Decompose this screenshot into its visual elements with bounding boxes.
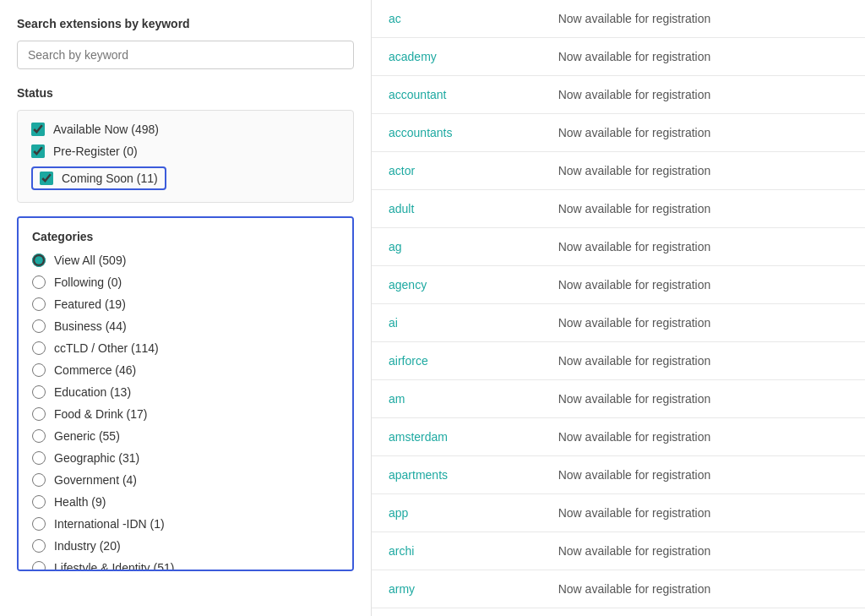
domain-link[interactable]: am (389, 392, 405, 406)
domain-status: Now available for registration (541, 418, 865, 456)
categories-section: Categories View All (509)Following (0)Fe… (17, 216, 354, 571)
radio-business[interactable] (32, 319, 46, 333)
domain-link[interactable]: accountants (389, 126, 453, 139)
category-item[interactable]: Health (9) (32, 495, 339, 509)
left-panel: Search extensions by keyword Status Avai… (0, 0, 372, 616)
right-panel: acNow available for registrationacademyN… (372, 0, 865, 616)
radio-commerce[interactable] (32, 363, 46, 377)
domain-status: Now available for registration (541, 38, 865, 76)
category-item[interactable]: Education (13) (32, 385, 339, 399)
category-label-government: Government (4) (54, 473, 137, 487)
radio-generic[interactable] (32, 429, 46, 443)
domain-status: Now available for registration (541, 114, 865, 152)
status-section-title: Status (17, 86, 354, 100)
radio-government[interactable] (32, 473, 46, 487)
status-coming-soon-label: Coming Soon (11) (62, 172, 158, 185)
category-label-following: Following (0) (54, 275, 122, 289)
category-item[interactable]: Business (44) (32, 319, 339, 333)
radio-international[interactable] (32, 517, 46, 531)
table-row: agencyNow available for registration (372, 266, 865, 304)
category-label-business: Business (44) (54, 319, 127, 333)
category-item[interactable]: ccTLD / Other (114) (32, 341, 339, 355)
radio-cctld[interactable] (32, 341, 46, 355)
category-label-geographic: Geographic (31) (54, 451, 139, 465)
domain-cell: accountant (372, 76, 541, 114)
status-coming-soon[interactable]: Coming Soon (11) (31, 166, 166, 190)
search-section-title: Search extensions by keyword (17, 17, 354, 30)
domain-link[interactable]: actor (389, 164, 415, 177)
status-available-now[interactable]: Available Now (498) (31, 123, 340, 136)
domain-status: Now available for registration (541, 380, 865, 418)
checkbox-coming-soon[interactable] (40, 172, 53, 185)
domain-cell: academy (372, 38, 541, 76)
domain-status: Now available for registration (541, 190, 865, 228)
table-row: archiNow available for registration (372, 532, 865, 570)
domain-status: Now available for registration (541, 76, 865, 114)
category-label-view-all: View All (509) (54, 253, 126, 267)
domain-cell: army (372, 570, 541, 608)
radio-health[interactable] (32, 495, 46, 509)
category-item[interactable]: Government (4) (32, 473, 339, 487)
domain-link[interactable]: app (389, 506, 408, 520)
domain-link[interactable]: airforce (389, 354, 428, 368)
table-row: airforceNow available for registration (372, 342, 865, 380)
radio-food-drink[interactable] (32, 407, 46, 421)
domain-link[interactable]: ai (389, 316, 398, 330)
table-row: adultNow available for registration (372, 190, 865, 228)
status-section: Status Available Now (498) Pre-Register … (17, 86, 354, 203)
status-available-now-label: Available Now (498) (53, 123, 159, 136)
domain-link[interactable]: accountant (389, 88, 447, 101)
category-item[interactable]: Generic (55) (32, 429, 339, 443)
domain-cell: ac (372, 0, 541, 38)
table-row: agNow available for registration (372, 228, 865, 266)
domain-link[interactable]: ag (389, 240, 402, 253)
category-item[interactable]: View All (509) (32, 253, 339, 267)
domain-status: Now available for registration (541, 342, 865, 380)
domain-cell: app (372, 494, 541, 532)
domain-link[interactable]: apartments (389, 468, 448, 482)
domain-link[interactable]: amsterdam (389, 430, 448, 444)
domain-status: Now available for registration (541, 228, 865, 266)
category-item[interactable]: Commerce (46) (32, 363, 339, 377)
radio-geographic[interactable] (32, 451, 46, 465)
category-item[interactable]: Geographic (31) (32, 451, 339, 465)
status-pre-register[interactable]: Pre-Register (0) (31, 144, 340, 158)
category-label-food-drink: Food & Drink (17) (54, 407, 147, 421)
domain-cell: archi (372, 532, 541, 570)
checkbox-pre-register[interactable] (31, 144, 45, 158)
table-row: accountantsNow available for registratio… (372, 114, 865, 152)
domain-cell: actor (372, 152, 541, 190)
domain-link[interactable]: army (389, 582, 415, 596)
domain-status: Now available for registration (541, 494, 865, 532)
domain-status: Now available for registration (541, 532, 865, 570)
radio-education[interactable] (32, 385, 46, 399)
category-item[interactable]: Lifestyle & Identity (51) (32, 561, 339, 571)
category-item[interactable]: Industry (20) (32, 539, 339, 553)
domain-link[interactable]: archi (389, 544, 414, 558)
category-item[interactable]: Following (0) (32, 275, 339, 289)
category-item[interactable]: International -IDN (1) (32, 517, 339, 531)
domain-link[interactable]: academy (389, 50, 437, 63)
domain-link[interactable]: agency (389, 278, 427, 292)
domain-link[interactable]: adult (389, 202, 414, 215)
search-input-wrapper[interactable] (17, 41, 354, 69)
domain-cell: apartments (372, 456, 541, 494)
radio-featured[interactable] (32, 297, 46, 311)
domain-cell: ag (372, 228, 541, 266)
domain-status: Now available for registration (541, 0, 865, 38)
category-label-generic: Generic (55) (54, 429, 120, 443)
category-item[interactable]: Featured (19) (32, 297, 339, 311)
domain-cell: art (372, 608, 541, 617)
category-item[interactable]: Food & Drink (17) (32, 407, 339, 421)
radio-lifestyle[interactable] (32, 561, 46, 571)
table-row: artNow available for registration (372, 608, 865, 617)
category-label-featured: Featured (19) (54, 297, 126, 311)
domain-cell: accountants (372, 114, 541, 152)
radio-industry[interactable] (32, 539, 46, 553)
search-input[interactable] (28, 48, 343, 62)
domain-link[interactable]: ac (389, 12, 401, 25)
radio-following[interactable] (32, 275, 46, 289)
radio-view-all[interactable] (32, 253, 46, 267)
table-row: amsterdamNow available for registration (372, 418, 865, 456)
checkbox-available-now[interactable] (31, 123, 45, 136)
